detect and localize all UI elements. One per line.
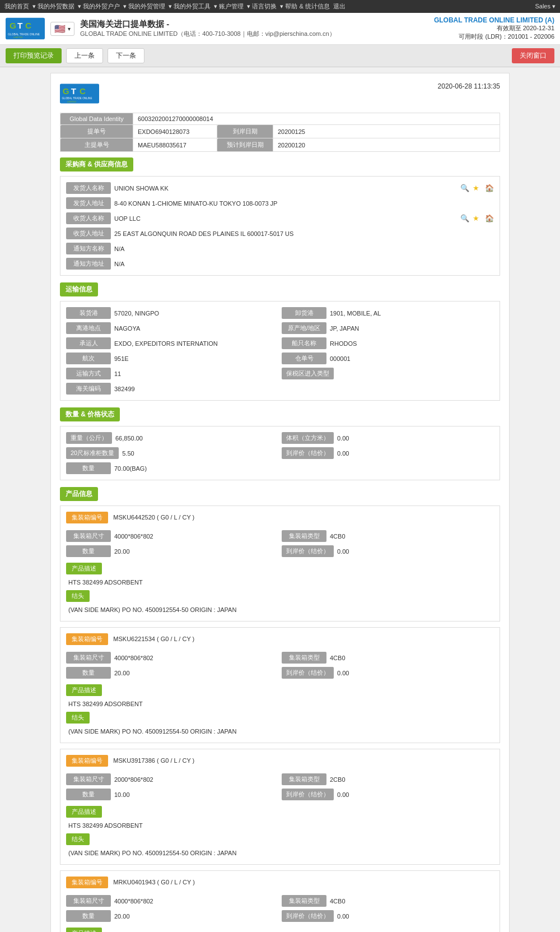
nav-links: 我的首页 ▾ 我的外贸数据 ▾ 我的外贸户户 ▾ 我的外贸管理 ▾ 我的外贸工具… bbox=[4, 2, 346, 11]
mark-text-0: (VAN SIDE MARK) PO NO. 4500912554-50 ORI… bbox=[68, 606, 494, 613]
departure-place-label: 离港地点 bbox=[66, 322, 111, 334]
volume-label: 体积（立方米） bbox=[282, 432, 334, 444]
container-no-value-0: MSKU6442520 ( G0 / L / CY ) bbox=[113, 514, 194, 521]
ctype-label-1: 集装箱类型 bbox=[282, 652, 326, 664]
gdi-value: 6003202001270000008014 bbox=[133, 113, 500, 125]
time-info: 可用时段 (LDR)：201001 - 202006 bbox=[434, 33, 554, 41]
top-navigation: 我的首页 ▾ 我的外贸数据 ▾ 我的外贸户户 ▾ 我的外贸管理 ▾ 我的外贸工具… bbox=[0, 0, 560, 13]
product-item-1: 集装箱编号 MSKU6221534 ( G0 / L / CY ) 集装箱尺寸 … bbox=[60, 627, 500, 743]
nav-logout[interactable]: 退出 bbox=[333, 2, 346, 11]
svg-text:GLOBAL TRADE ONLINE: GLOBAL TRADE ONLINE bbox=[8, 33, 40, 36]
nav-customers[interactable]: ▾ 我的外贸户户 bbox=[78, 2, 120, 11]
nav-management[interactable]: ▾ 我的外贸管理 bbox=[123, 2, 165, 11]
master-bill-value: MAEU588035617 bbox=[133, 138, 217, 152]
container-no-label-3: 集装箱编号 bbox=[66, 877, 108, 888]
nav-home[interactable]: 我的首页 bbox=[4, 2, 29, 11]
nav-tools[interactable]: ▾ 我的外贸工具 bbox=[169, 2, 211, 11]
home-icon[interactable]: 🏠 bbox=[485, 184, 494, 193]
volume-value: 0.00 bbox=[337, 433, 494, 443]
toolbar: 打印预览记录 上一条 下一条 关闭窗口 bbox=[0, 45, 560, 67]
carrier-value: EXDO, EXPEDITORS INTERNATION bbox=[114, 339, 278, 349]
valid-date: 有效期至 2020-12-31 bbox=[434, 24, 554, 33]
csize-value-1: 4000*806*802 bbox=[114, 653, 278, 663]
ctype-value-1: 4CB0 bbox=[330, 653, 494, 663]
transport-mode-value: 11 bbox=[114, 369, 278, 379]
search-icon[interactable]: 🔍 bbox=[460, 184, 469, 193]
shipper-name-value: UNION SHOWA KK bbox=[114, 183, 457, 193]
notify-addr-label: 通知方地址 bbox=[66, 258, 111, 270]
desc-tag-1: 产品描述 bbox=[66, 684, 102, 696]
origin-country-value: JP, JAPAN bbox=[330, 323, 494, 333]
bol-label: 仓单号 bbox=[282, 353, 326, 364]
svg-text:T: T bbox=[71, 86, 77, 96]
search-icon-2[interactable]: 🔍 bbox=[460, 214, 469, 223]
prev-button[interactable]: 上一条 bbox=[66, 48, 103, 63]
customs-zone-label: 保税区进入类型 bbox=[282, 368, 334, 379]
logistics-section: 运输信息 装货港 57020, NINGPO 卸货港 1901, MOBILE,… bbox=[60, 282, 500, 401]
arrival-date-label: 到岸日期 bbox=[217, 125, 273, 138]
bol-value: 000001 bbox=[330, 354, 494, 364]
desc-text-1: HTS 382499 ADSORBENT bbox=[68, 701, 494, 707]
shipper-block: 发货人名称 UNION SHOWA KK 🔍 ★ 🏠 发货人地址 8-40 KO… bbox=[60, 176, 500, 276]
print-button[interactable]: 打印预览记录 bbox=[6, 48, 62, 63]
mark-tag-0: 结头 bbox=[66, 590, 90, 602]
desc-tag-2: 产品描述 bbox=[66, 806, 102, 818]
weight-value: 66,850.00 bbox=[115, 433, 278, 443]
svg-text:G: G bbox=[63, 86, 69, 96]
quantity-qs-label: 数量 bbox=[66, 462, 111, 474]
consignee-name-value: UOP LLC bbox=[114, 214, 457, 224]
voyage-value: 951E bbox=[114, 354, 278, 364]
carrier-label: 承运人 bbox=[66, 337, 111, 349]
nav-help[interactable]: ▾ 帮助 & 统计信息 bbox=[280, 2, 330, 11]
csize-value-2: 2000*806*802 bbox=[114, 775, 278, 785]
container-no-label-1: 集装箱编号 bbox=[66, 633, 108, 645]
customs-no-label: 海关编码 bbox=[66, 383, 111, 395]
qty-value-2: 10.00 bbox=[114, 790, 278, 800]
product-item-3: 集装箱编号 MRKU0401943 ( G0 / L / CY ) 集装箱尺寸 … bbox=[60, 870, 500, 932]
language-selector[interactable]: 🇺🇸 ▾ bbox=[50, 22, 74, 36]
star-icon[interactable]: ★ bbox=[473, 184, 482, 193]
mark-text-2: (VAN SIDE MARK) PO NO. 4500912554-50 ORI… bbox=[68, 850, 494, 856]
nav-export-data[interactable]: ▾ 我的外贸数据 bbox=[32, 2, 74, 11]
consignee-addr-label: 收货人地址 bbox=[66, 228, 111, 239]
uprice-value-3: 0.00 bbox=[337, 911, 494, 921]
main-content: G T C GLOBAL TRADE ONLINE LIMITED 2020-0… bbox=[50, 73, 510, 932]
quantity-section: 数量 & 价格状态 重量（公斤） 66,850.00 体积（立方米） 0.00 … bbox=[60, 407, 500, 480]
star-icon-2[interactable]: ★ bbox=[473, 214, 482, 223]
logistics-block: 装货港 57020, NINGPO 卸货港 1901, MOBILE, AL 离… bbox=[60, 301, 500, 401]
container-no-value-3: MRKU0401943 ( G0 / L / CY ) bbox=[113, 879, 195, 885]
uprice-value-0: 0.00 bbox=[337, 546, 494, 557]
ctype-value-2: 2CB0 bbox=[330, 775, 494, 785]
bill-no-label: 提单号 bbox=[60, 125, 133, 138]
nav-language[interactable]: ▾ 语言切换 bbox=[247, 2, 277, 11]
nav-account[interactable]: ▾ 账户管理 bbox=[214, 2, 244, 11]
header-right: GLOBAL TRADE ONLINE LIMITED (A) 有效期至 202… bbox=[434, 16, 554, 41]
home-icon-2[interactable]: 🏠 bbox=[485, 214, 494, 223]
csize-value-0: 4000*806*802 bbox=[114, 531, 278, 541]
container-no-label-0: 集装箱编号 bbox=[66, 512, 108, 523]
close-button[interactable]: 关闭窗口 bbox=[512, 48, 554, 63]
ctype-label-0: 集装箱类型 bbox=[282, 530, 326, 542]
svg-text:T: T bbox=[17, 21, 23, 30]
sales-button[interactable]: Sales ▾ bbox=[535, 3, 556, 10]
csize-label-2: 集装箱尺寸 bbox=[66, 773, 111, 785]
unloading-port-label: 卸货港 bbox=[282, 307, 326, 319]
mark-text-1: (VAN SIDE MARK) PO NO. 4500912554-50 ORI… bbox=[68, 728, 494, 735]
qty-label-3: 数量 bbox=[66, 910, 111, 922]
uprice-label-3: 到岸价（结价） bbox=[282, 910, 334, 922]
origin-country-label: 原产地/地区 bbox=[282, 322, 326, 334]
container-no-value-2: MSKU3917386 ( G0 / L / CY ) bbox=[113, 757, 194, 764]
identity-table: Global Data Identity 6003202001270000008… bbox=[60, 113, 500, 152]
unit-price-qs-label: 到岸价（结价） bbox=[282, 447, 334, 459]
svg-text:G: G bbox=[10, 21, 16, 30]
csize-label-3: 集装箱尺寸 bbox=[66, 895, 111, 907]
loading-port-value: 57020, NINGPO bbox=[114, 308, 278, 318]
customs-zone-value bbox=[337, 372, 494, 375]
qty-value-1: 20.00 bbox=[114, 668, 278, 678]
page-title: 美国海关进口提单数据 - bbox=[80, 19, 335, 30]
next-button[interactable]: 下一条 bbox=[108, 48, 144, 63]
gtc-logo: G T C GLOBAL TRADE ONLINE LIMITED bbox=[6, 17, 45, 40]
master-bill-label: 主提单号 bbox=[60, 138, 133, 152]
page-header: G T C GLOBAL TRADE ONLINE LIMITED 🇺🇸 ▾ 美… bbox=[0, 13, 560, 45]
desc-tag-3: 产品描述 bbox=[66, 928, 102, 932]
